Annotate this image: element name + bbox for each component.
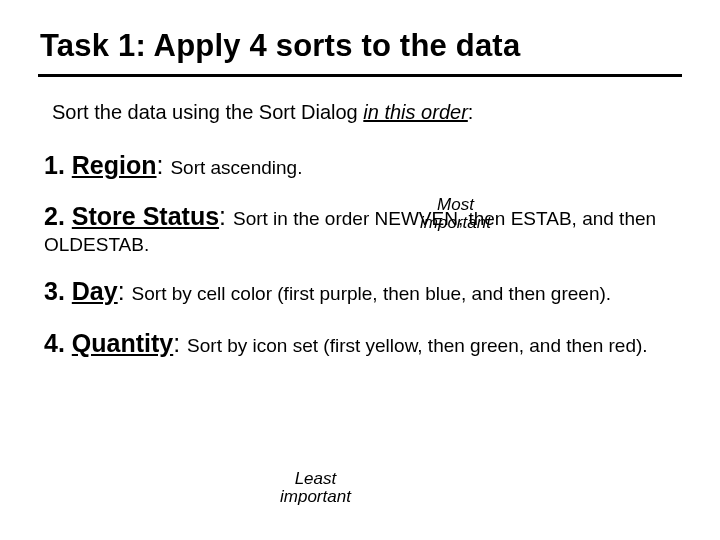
- slide: Task 1: Apply 4 sorts to the data Sort t…: [0, 0, 720, 540]
- intro-tail: :: [468, 101, 474, 123]
- item-number: 1.: [44, 151, 72, 179]
- slide-title: Task 1: Apply 4 sorts to the data: [38, 28, 682, 77]
- item-key: Quantity: [72, 329, 173, 357]
- sort-list: 1. Region: Sort ascending. 2. Store Stat…: [38, 150, 682, 359]
- item-number: 3.: [44, 277, 72, 305]
- item-number: 2.: [44, 202, 72, 230]
- note-most-important: Most important: [420, 196, 491, 232]
- item-colon: :: [173, 329, 187, 357]
- item-key: Store Status: [72, 202, 219, 230]
- item-desc: Sort by icon set (first yellow, then gre…: [187, 335, 647, 356]
- item-desc: Sort by cell color (first purple, then b…: [132, 283, 611, 304]
- item-desc: Sort ascending.: [170, 157, 302, 178]
- item-key: Day: [72, 277, 118, 305]
- intro-suffix: in this order: [363, 101, 468, 123]
- intro-line: Sort the data using the Sort Dialog in t…: [38, 101, 682, 124]
- list-item: 2. Store Status: Sort in the order NEWVE…: [44, 201, 676, 256]
- note-least-important: Least important: [280, 470, 351, 506]
- item-key: Region: [72, 151, 157, 179]
- list-item: 1. Region: Sort ascending.: [44, 150, 676, 181]
- list-item: 3. Day: Sort by cell color (first purple…: [44, 276, 676, 307]
- item-number: 4.: [44, 329, 72, 357]
- intro-prefix: Sort the data using the Sort Dialog: [52, 101, 363, 123]
- item-colon: :: [219, 202, 233, 230]
- list-item: 4. Quantity: Sort by icon set (first yel…: [44, 328, 676, 359]
- item-colon: :: [157, 151, 171, 179]
- item-colon: :: [118, 277, 132, 305]
